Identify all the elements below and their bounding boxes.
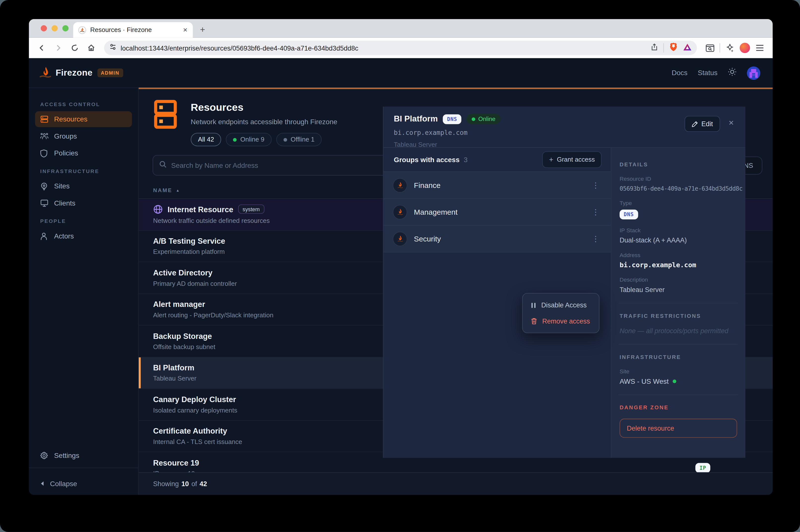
clients-icon (40, 199, 48, 207)
browser-toolbar: localhost:13443/enterprise/resources/056… (29, 38, 773, 58)
online-dot-icon (472, 117, 475, 121)
divider (619, 394, 738, 395)
url-bar[interactable]: localhost:13443/enterprise/resources/056… (104, 41, 697, 55)
group-row-security[interactable]: Security⋮ (384, 225, 611, 252)
sidebar-item-resources[interactable]: Resources (35, 111, 132, 127)
reload-icon[interactable] (68, 41, 81, 55)
group-avatar (393, 205, 407, 219)
site-label: Site (620, 368, 737, 374)
group-name: Security (414, 234, 582, 243)
edit-button[interactable]: Edit (684, 116, 720, 132)
new-tab-button[interactable]: + (200, 25, 205, 35)
status-label: Online (478, 116, 495, 122)
group-avatar (393, 178, 407, 192)
sort-asc-icon[interactable]: ▲ (176, 188, 180, 192)
url-text[interactable]: localhost:13443/enterprise/resources/056… (121, 44, 647, 52)
type-badge: DNS (620, 209, 638, 219)
gray-dot-icon (284, 138, 287, 141)
maximize-window-button[interactable] (62, 25, 69, 32)
browser-window: Resources · Firezone ✕ + localhost:13443… (29, 19, 773, 495)
theme-toggle-icon[interactable] (728, 68, 737, 78)
list-footer: Showing 10 of 42 (139, 472, 773, 495)
filter-pill-all[interactable]: All 42 (191, 133, 221, 146)
collapse-sidebar-button[interactable]: Collapse (35, 472, 132, 495)
group-row-management[interactable]: Management⋮ (384, 198, 611, 225)
forward-icon[interactable] (52, 41, 65, 55)
resource-name: A/B Testing Service (153, 236, 225, 245)
tab-title: Resources · Firezone (90, 26, 179, 34)
sidebar-sections: ACCESS CONTROLResourcesGroupsPoliciesINF… (29, 88, 138, 244)
bat-rewards-icon[interactable] (683, 43, 692, 53)
group-name: Management (414, 208, 582, 216)
actors-icon (40, 232, 48, 240)
sidebar-section-label: INFRASTRUCTURE (40, 168, 127, 174)
user-avatar[interactable] (747, 66, 760, 80)
footer-text: Showing (153, 480, 179, 488)
sidebar-item-actors[interactable]: Actors (35, 228, 132, 244)
trash-icon (531, 318, 537, 324)
detail-field: TypeDNS (620, 200, 737, 220)
policies-icon (40, 149, 48, 157)
field-label: Address (620, 252, 737, 258)
filter-pill-offline[interactable]: Offline 1 (276, 133, 322, 146)
groups-icon (40, 132, 48, 140)
detail-title: BI Platform (394, 114, 438, 124)
menu-item-disable-access[interactable]: Disable Access (526, 297, 595, 313)
divider (619, 344, 738, 345)
resources-panel-icon (152, 98, 178, 130)
details-sidebar: DETAILS Resource ID05693bf6-dee4-409a-a7… (611, 148, 745, 458)
leo-ai-icon[interactable] (723, 41, 737, 55)
sidebar-section-label: ACCESS CONTROL (40, 101, 127, 107)
sidebar-item-clients[interactable]: Clients (35, 195, 132, 211)
group-context-menu: Disable AccessRemove access (522, 293, 600, 333)
close-window-button[interactable] (41, 25, 47, 32)
site-settings-icon[interactable] (109, 43, 116, 52)
green-dot-icon (233, 138, 237, 141)
docs-link[interactable]: Docs (672, 69, 688, 77)
detail-description: Tableau Server (394, 141, 501, 148)
grant-access-label: Grant access (557, 156, 595, 163)
tab-close-icon[interactable]: ✕ (183, 26, 187, 33)
filter-pill-label: Online 9 (240, 136, 265, 143)
brand[interactable]: Firezone ADMIN (40, 66, 123, 80)
sidebar-item-policies[interactable]: Policies (35, 145, 132, 161)
browser-tab[interactable]: Resources · Firezone ✕ (73, 22, 193, 37)
back-icon[interactable] (35, 41, 48, 55)
footer-shown-count: 10 (181, 480, 189, 488)
kebab-menu-icon[interactable]: ⋮ (588, 207, 602, 216)
sidebar-item-settings[interactable]: Settings (35, 448, 132, 463)
filter-pill-label: All 42 (198, 136, 214, 143)
field-value: Tableau Server (620, 286, 737, 293)
profile-avatar[interactable] (740, 43, 750, 53)
menu-item-remove-access[interactable]: Remove access (526, 313, 595, 329)
minimize-window-button[interactable] (52, 25, 58, 32)
brave-shield-icon[interactable] (669, 42, 678, 54)
group-row-finance[interactable]: Finance⋮ (384, 172, 611, 198)
kebab-menu-icon[interactable]: ⋮ (588, 234, 602, 243)
resource-name: Canary Deploy Cluster (153, 395, 236, 404)
filter-pill-online[interactable]: Online 9 (226, 133, 271, 146)
delete-resource-button[interactable]: Delete resource (620, 419, 737, 438)
status-link[interactable]: Status (698, 69, 717, 77)
close-detail-icon[interactable]: ✕ (726, 116, 736, 130)
sidebar-item-label: Resources (54, 115, 87, 123)
filter-pill-label: Offline 1 (291, 136, 314, 143)
sidebar-item-sites[interactable]: Sites (35, 178, 132, 194)
settings-icon (40, 452, 48, 459)
home-icon[interactable] (85, 41, 98, 55)
menu-icon[interactable] (753, 41, 766, 55)
detail-field: Resource ID05693bf6-dee4-409a-a71e-634bd… (620, 175, 737, 192)
details-section-header: DETAILS (620, 161, 737, 167)
resource-name: Certificate Authority (153, 426, 227, 435)
resource-name: Resource 19 (153, 458, 199, 467)
tab-search-icon[interactable] (703, 41, 716, 55)
site-value[interactable]: AWS - US West (620, 378, 669, 385)
name-column-header[interactable]: NAME (153, 187, 172, 193)
sidebar-item-groups[interactable]: Groups (35, 128, 132, 144)
share-icon[interactable] (651, 43, 658, 53)
page-title: Resources (191, 101, 338, 113)
kebab-menu-icon[interactable]: ⋮ (588, 180, 602, 190)
details-fields: Resource ID05693bf6-dee4-409a-a71e-634bd… (620, 175, 737, 293)
grant-access-button[interactable]: + Grant access (542, 151, 602, 168)
window-controls[interactable] (41, 25, 69, 32)
